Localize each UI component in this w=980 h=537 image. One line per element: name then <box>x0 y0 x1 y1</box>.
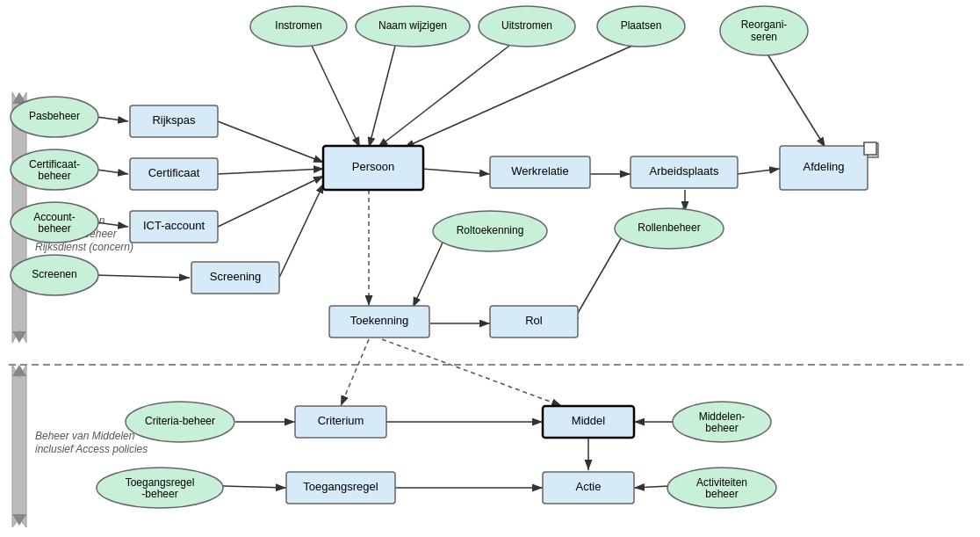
screening-label: Screening <box>210 270 262 283</box>
arrow-cert-persoon <box>218 169 324 174</box>
middel-label: Middel <box>572 414 605 427</box>
rollenbeheer-label: Rollenbeheer <box>638 221 700 234</box>
activiteitenbeheer-label1: Activiteiten <box>696 476 747 489</box>
ictaccount-label: ICT-account <box>143 219 205 232</box>
plaatsen-label: Plaatsen <box>621 19 662 32</box>
instromen-label: Instromen <box>275 19 321 32</box>
arrow-rollenbeheer-rol <box>571 231 625 325</box>
persoon-label: Persoon <box>352 160 394 173</box>
screenen-label: Screenen <box>32 268 76 280</box>
middelenbeheer-label2: beheer <box>705 422 738 434</box>
arrow-rijkspas-persoon <box>218 121 324 163</box>
criteriabeheer-label: Criteria-beheer <box>145 415 215 427</box>
dash-indicator: - <box>681 199 687 216</box>
arbeidsplaats-label: Arbeidsplaats <box>650 164 719 178</box>
toegangsregelbeheer-label1: Toegangsregel <box>126 476 195 489</box>
uitstromen-label: Uitstromen <box>501 19 552 32</box>
arrow-naam-persoon <box>369 46 395 148</box>
werkrelatie-label: Werkrelatie <box>511 164 569 178</box>
section2-label-line1: Beheer van Middelen <box>35 430 135 442</box>
toegangsregelbeheer-label2: -beheer <box>141 488 177 500</box>
middelenbeheer-label1: Middelen- <box>699 410 746 423</box>
accountbeheer-label2: beheer <box>38 222 70 235</box>
afdeling-label: Afdeling <box>803 160 845 173</box>
reorganiseren-label2: seren <box>751 31 777 43</box>
certificaat-label: Certificaat <box>148 166 200 179</box>
roltoekenning-label: Roltoekenning <box>457 224 524 236</box>
rijkspas-label: Rijkspas <box>152 113 196 127</box>
actie-label: Actie <box>576 480 602 493</box>
rol-label: Rol <box>525 314 543 327</box>
arrow-toegangsregelbeheer-toegangsregel <box>222 486 286 488</box>
naamwijzigen-label: Naam wijzigen <box>378 19 447 32</box>
arrow-cert-cert <box>97 170 128 174</box>
activiteitenbeheer-label2: beheer <box>705 488 738 500</box>
lower-section-arrow <box>12 365 26 527</box>
arrow-instromen-persoon <box>312 46 360 148</box>
arrow-ict-persoon <box>218 176 324 227</box>
arrow-plaatsen-persoon <box>404 46 632 148</box>
arrow-activiteitenbeheer-actie <box>634 486 669 488</box>
afdeling-sub-icon <box>864 142 876 155</box>
pasbeheer-label: Pasbeheer <box>29 110 80 122</box>
accountbeheer-label1: Account- <box>33 211 75 223</box>
arrow-toekenning-middel-dashed <box>382 339 562 406</box>
reorganiseren-label1: Reorgani- <box>741 18 788 31</box>
criterium-label: Criterium <box>318 414 364 427</box>
arrow-pasbeheer-rijkspas <box>97 117 128 121</box>
arrow-screenen-screening <box>95 275 190 278</box>
arrow-uit-persoon <box>378 46 509 148</box>
certificaatbeheer-label: Certificaat- <box>29 158 80 171</box>
certificaatbeheer-label2: beheer <box>38 170 70 182</box>
section2-label-line2: inclusief Access policies <box>35 443 148 455</box>
arrow-screening-persoon <box>279 183 324 278</box>
toegangsregel-label: Toegangsregel <box>303 480 378 493</box>
toekenning-label: Toekenning <box>350 314 409 327</box>
svg-marker-5 <box>12 365 26 527</box>
arrow-persoon-werkrelatie <box>422 169 490 174</box>
arrow-arbeidsplaats-afdeling <box>738 169 780 174</box>
arrow-toekenning-criterium-dashed <box>341 339 369 406</box>
arrow-reorg-afdeling <box>762 46 825 148</box>
